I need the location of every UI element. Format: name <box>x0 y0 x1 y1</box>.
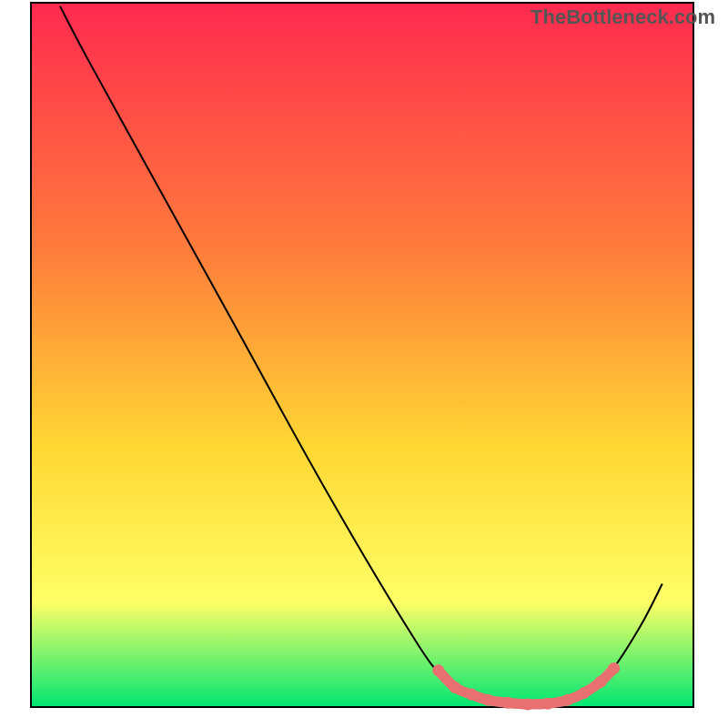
chart-container: TheBottleneck.com <box>0 0 728 728</box>
highlight-dot <box>466 689 478 701</box>
watermark-text: TheBottleneck.com <box>531 5 715 29</box>
highlight-dot <box>432 664 444 676</box>
chart-svg <box>0 0 728 728</box>
plot-background <box>31 3 693 707</box>
highlight-dot <box>561 694 573 706</box>
highlight-dot <box>482 694 494 706</box>
highlight-dot <box>522 698 534 710</box>
highlight-dot <box>502 697 514 709</box>
highlight-dot <box>595 676 607 688</box>
highlight-dot <box>449 682 460 693</box>
highlight-dot <box>541 698 553 710</box>
highlight-dot <box>578 687 590 699</box>
highlight-dot <box>608 662 620 674</box>
